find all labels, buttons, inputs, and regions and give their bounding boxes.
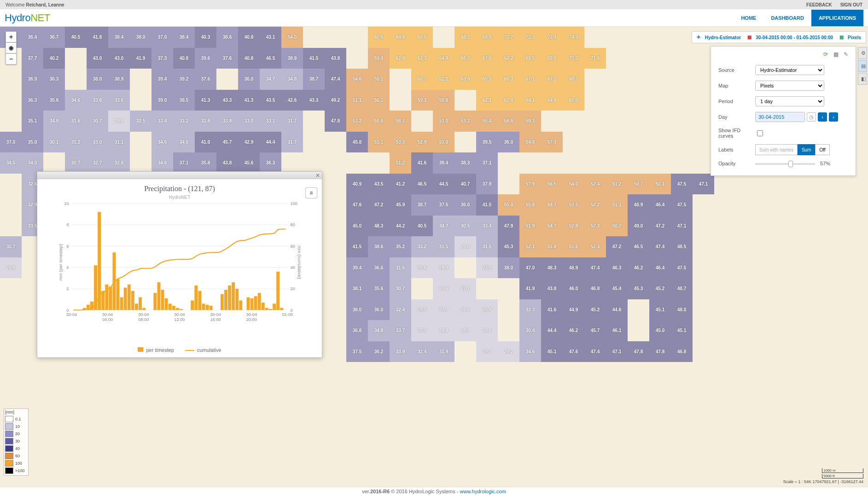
grid-cell bbox=[454, 132, 476, 153]
grid-cell bbox=[130, 132, 151, 153]
svg-rect-41 bbox=[157, 282, 160, 310]
side-tools: ⚙ ▤ ◧ bbox=[858, 47, 867, 85]
labels-names-button[interactable]: Sum with names bbox=[755, 144, 798, 155]
grid-cell: 38.9 bbox=[281, 48, 303, 69]
grid-cell: 37.5 bbox=[433, 194, 454, 216]
time-range[interactable]: ▦ 30-04-2015 00:00 - 01-05-2015 00:00 bbox=[747, 35, 833, 40]
feedback-link[interactable]: FEEDBACK bbox=[806, 2, 832, 7]
grid-cell: 39.0 bbox=[151, 90, 173, 111]
grid-cell: 58.1 bbox=[390, 111, 411, 132]
active-layer[interactable]: ✈ Hydro-Estimator bbox=[697, 35, 741, 40]
grid-cell: 47.2 bbox=[649, 216, 671, 237]
legend-bar-icon bbox=[138, 347, 143, 352]
render-mode[interactable]: ▦ Pixels bbox=[839, 35, 861, 40]
svg-rect-35 bbox=[135, 303, 138, 310]
grid-cell: 59.1 bbox=[519, 111, 541, 132]
day-prev-button[interactable]: ‹ bbox=[818, 112, 827, 122]
grid-cell: 45.2 bbox=[649, 278, 671, 299]
grid-cell bbox=[0, 320, 22, 341]
grid-cell: 34.8 bbox=[281, 69, 303, 90]
grid-cell: 46.3 bbox=[606, 257, 628, 279]
source-select[interactable]: Hydro-Estimator bbox=[755, 65, 824, 75]
grid-cell bbox=[628, 69, 649, 90]
grid-cell bbox=[541, 111, 563, 132]
map[interactable]: 37.136.436.740.541.838.438.037.038.440.3… bbox=[0, 27, 868, 487]
period-select[interactable]: 1 day bbox=[755, 96, 824, 106]
grid-cell bbox=[325, 194, 346, 216]
panel-brush-icon[interactable]: ✎ bbox=[844, 51, 850, 58]
ifd-checkbox[interactable] bbox=[757, 130, 763, 136]
tool-legend-button[interactable]: ◧ bbox=[858, 73, 867, 85]
grid-cell: 36.9 bbox=[22, 69, 43, 90]
grid-cell: 29.9 bbox=[0, 257, 22, 279]
svg-text:100: 100 bbox=[291, 201, 297, 206]
grid-cell: 25.9 bbox=[476, 299, 498, 321]
zoom-out-button[interactable]: − bbox=[6, 53, 17, 64]
grid-cell: 46.8 bbox=[671, 341, 693, 362]
chart-menu-button[interactable]: ≡ bbox=[305, 187, 317, 198]
svg-rect-37 bbox=[142, 308, 146, 310]
labels-off-button[interactable]: Off bbox=[815, 144, 829, 155]
grid-cell: 38.4 bbox=[108, 27, 130, 48]
panel-refresh-icon[interactable]: ⟳ bbox=[823, 51, 830, 58]
grid-cell: 66.0 bbox=[498, 69, 519, 90]
nav-dashboard[interactable]: DASHBOARD bbox=[763, 10, 811, 26]
grid-cell: 36.3 bbox=[43, 69, 65, 90]
grid-cell: 33.6 bbox=[87, 90, 108, 111]
grid-cell: 53.0 bbox=[433, 132, 454, 153]
signout-link[interactable]: SIGN OUT bbox=[840, 2, 862, 7]
grid-cell: 59.1 bbox=[368, 69, 390, 90]
svg-rect-34 bbox=[131, 291, 134, 310]
grid-cell: 37.0 bbox=[0, 132, 22, 153]
day-label: Day bbox=[717, 109, 753, 125]
grid-cell bbox=[346, 152, 368, 174]
grid-cell bbox=[628, 48, 649, 69]
grid-cell: 31.7 bbox=[281, 132, 303, 153]
nav-applications[interactable]: APPLICATIONS bbox=[811, 10, 863, 26]
nav-home[interactable]: HOME bbox=[734, 10, 763, 26]
zoom-extent-button[interactable]: ◉ bbox=[6, 42, 17, 53]
tool-settings-button[interactable]: ⚙ bbox=[858, 47, 867, 59]
popup-close-button[interactable]: ✕ bbox=[315, 172, 320, 179]
grid-cell: 46.5 bbox=[260, 48, 281, 69]
grid-cell bbox=[606, 152, 628, 174]
opacity-slider[interactable] bbox=[755, 163, 815, 165]
map-select[interactable]: Pixels bbox=[755, 81, 824, 91]
grid-cell bbox=[0, 216, 22, 237]
grid-cell: 53.2 bbox=[346, 111, 368, 132]
grid-cell: 46.2 bbox=[563, 320, 584, 341]
grid-cell: 70.7 bbox=[498, 27, 519, 48]
grid-cell: 34.6 bbox=[151, 152, 173, 174]
zoom-in-button[interactable]: + bbox=[6, 31, 17, 42]
footer-link[interactable]: www.hydrologic.com bbox=[460, 489, 506, 494]
grid-cell bbox=[65, 69, 87, 90]
grid-cell: 45.1 bbox=[541, 341, 563, 362]
grid-cell: 47.2 bbox=[606, 236, 628, 257]
svg-rect-69 bbox=[262, 303, 265, 310]
tool-layers-button[interactable]: ▤ bbox=[858, 60, 867, 72]
grid-cell: 45.0 bbox=[649, 320, 671, 341]
grid-cell: 71.6 bbox=[584, 48, 606, 69]
grid-cell: 32.3 bbox=[519, 299, 541, 321]
day-next-button[interactable]: › bbox=[829, 112, 838, 122]
labels-sum-button[interactable]: Sum bbox=[798, 144, 816, 155]
grid-cell: 43.5 bbox=[368, 174, 390, 195]
grid-cell bbox=[303, 27, 325, 48]
grid-cell bbox=[628, 152, 649, 174]
grid-cell: 32.8 bbox=[195, 111, 216, 132]
svg-rect-72 bbox=[273, 303, 276, 310]
grid-cell: 35.6 bbox=[43, 90, 65, 111]
grid-cell: 48.9 bbox=[628, 194, 649, 216]
grid-cell: 47.4 bbox=[325, 69, 346, 90]
svg-rect-43 bbox=[165, 298, 168, 310]
day-input[interactable] bbox=[755, 112, 805, 122]
grid-cell bbox=[649, 48, 671, 69]
clock-icon[interactable]: ◷ bbox=[807, 112, 816, 122]
grid-cell: 37.6 bbox=[216, 48, 238, 69]
grid-cell bbox=[628, 111, 649, 132]
svg-rect-58 bbox=[221, 294, 224, 310]
panel-grid-icon[interactable]: ▦ bbox=[833, 51, 840, 58]
grid-cell: 39.4 bbox=[151, 69, 173, 90]
grid-cell: 36.4 bbox=[22, 27, 43, 48]
grid-cell: 43.1 bbox=[260, 27, 281, 48]
